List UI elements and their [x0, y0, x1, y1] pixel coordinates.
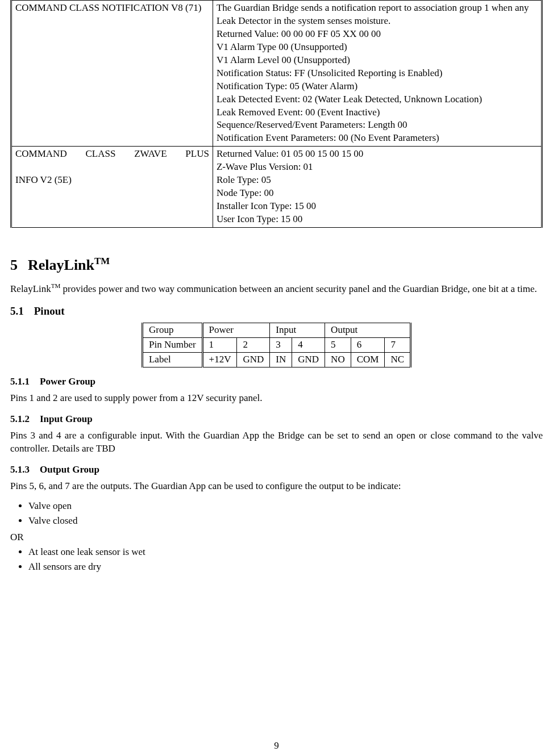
paragraph: Pins 3 and 4 are a configurable input. W…	[10, 429, 543, 456]
pin-header-number: Pin Number	[142, 338, 202, 353]
section-number: 5	[10, 257, 18, 273]
cmd-desc-line: Leak Detected Event: 02 (Water Leak Dete…	[217, 93, 538, 106]
pin-header-group: Group	[142, 323, 202, 338]
pin-header-label: Label	[142, 353, 202, 367]
pin-number: 6	[351, 338, 385, 353]
bullet-item: Valve closed	[28, 515, 543, 528]
pin-label: IN	[270, 353, 292, 367]
pin-number: 5	[325, 338, 351, 353]
subsubsection-title: Output Group	[40, 464, 99, 475]
page-number: 9	[0, 740, 553, 753]
bullet-item: At least one leak sensor is wet	[28, 546, 543, 559]
cmd-name-line: INFO V2 (5E)	[15, 174, 209, 187]
cmd-desc-line: Notification Event Parameters: 00 (No Ev…	[217, 132, 538, 145]
pin-number: 2	[237, 338, 270, 353]
bullet-item: All sensors are dry	[28, 561, 543, 574]
pin-number: 4	[292, 338, 325, 353]
section-intro: RelayLinkTM provides power and two way c…	[10, 282, 543, 296]
cmd-desc-line: Node Type: 00	[217, 187, 538, 200]
command-class-table: COMMAND CLASS NOTIFICATION V8 (71) The G…	[10, 0, 543, 228]
pin-group-power: Power	[202, 323, 270, 338]
cmd-desc-line: The Guardian Bridge sends a notification…	[217, 2, 538, 28]
paragraph: Pins 1 and 2 are used to supply power fr…	[10, 392, 543, 405]
intro-text: provides power and two way communication…	[60, 283, 537, 294]
pin-label: GND	[237, 353, 270, 367]
cmd-desc-line: Notification Type: 05 (Water Alarm)	[217, 80, 538, 93]
paragraph: Pins 5, 6, and 7 are the outputs. The Gu…	[10, 480, 543, 493]
pin-label: NC	[385, 353, 411, 367]
pin-label: NO	[325, 353, 351, 367]
cmd-desc-line: V1 Alarm Level 00 (Unsupported)	[217, 54, 538, 67]
cmd-row-name: COMMAND CLASS NOTIFICATION V8 (71)	[11, 1, 213, 147]
pin-group-input: Input	[270, 323, 325, 338]
subsection-heading: 5.1Pinout	[10, 304, 543, 319]
pin-group-output: Output	[325, 323, 411, 338]
pin-label: +12V	[202, 353, 237, 367]
cmd-desc-line: Role Type: 05	[217, 174, 538, 187]
pin-number: 1	[202, 338, 237, 353]
or-label: OR	[10, 531, 543, 544]
pin-number: 3	[270, 338, 292, 353]
cmd-desc-line: User Icon Type: 15 00	[217, 213, 538, 226]
subsubsection-number: 5.1.2	[10, 413, 30, 424]
intro-brand: RelayLink	[10, 283, 51, 294]
cmd-name-text: COMMAND CLASS NOTIFICATION V8 (71)	[15, 2, 201, 13]
cmd-desc-line: Notification Status: FF (Unsolicited Rep…	[217, 67, 538, 80]
bullet-list: Valve open Valve closed	[10, 500, 543, 528]
cmd-desc-line: Returned Value: 00 00 00 FF 05 XX 00 00	[217, 28, 538, 41]
cmd-desc-line: Z-Wave Plus Version: 01	[217, 161, 538, 174]
cmd-row-name: COMMAND CLASS ZWAVE PLUS INFO V2 (5E)	[11, 147, 213, 228]
subsection-number: 5.1	[10, 305, 24, 317]
cmd-desc-line: Leak Removed Event: 00 (Event Inactive)	[217, 106, 538, 119]
trademark-superscript: TM	[94, 256, 110, 266]
section-title: RelayLink	[28, 257, 94, 273]
pinout-table: Group Power Input Output Pin Number 1 2 …	[142, 323, 411, 367]
cmd-desc-line: Installer Icon Type: 15 00	[217, 200, 538, 213]
pin-number: 7	[385, 338, 411, 353]
bullet-item: Valve open	[28, 500, 543, 513]
subsubsection-heading: 5.1.2Input Group	[10, 413, 543, 426]
section-heading: 5RelayLinkTM	[10, 255, 543, 275]
pin-label: COM	[351, 353, 385, 367]
cmd-row-desc: The Guardian Bridge sends a notification…	[213, 1, 542, 147]
cmd-desc-line: V1 Alarm Type 00 (Unsupported)	[217, 41, 538, 54]
bullet-list: At least one leak sensor is wet All sens…	[10, 546, 543, 574]
pin-label: GND	[292, 353, 325, 367]
subsubsection-title: Input Group	[40, 413, 93, 424]
trademark-superscript: TM	[51, 282, 61, 289]
subsubsection-number: 5.1.1	[10, 376, 30, 387]
cmd-desc-line: Returned Value: 01 05 00 15 00 15 00	[217, 148, 538, 161]
subsubsection-title: Power Group	[40, 376, 95, 387]
subsubsection-heading: 5.1.3Output Group	[10, 463, 543, 477]
cmd-name-line: COMMAND CLASS ZWAVE PLUS	[15, 148, 209, 174]
subsubsection-heading: 5.1.1Power Group	[10, 375, 543, 389]
subsection-title: Pinout	[34, 305, 65, 317]
cmd-desc-line: Sequence/Reserved/Event Parameters: Leng…	[217, 119, 538, 132]
cmd-row-desc: Returned Value: 01 05 00 15 00 15 00 Z-W…	[213, 147, 542, 228]
subsubsection-number: 5.1.3	[10, 464, 30, 475]
